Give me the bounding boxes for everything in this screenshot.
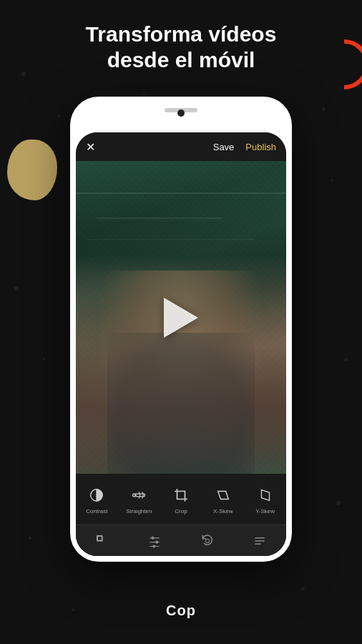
tool-straighten[interactable]: Straighten (118, 487, 160, 514)
tool-xskew[interactable]: X-Skew (202, 487, 244, 514)
yskew-icon (258, 487, 273, 505)
straighten-label: Straighten (126, 508, 152, 514)
xskew-label: X-Skew (213, 508, 233, 514)
nav-undo[interactable] (181, 534, 234, 548)
phone-screen: ✕ Save Publish (76, 132, 286, 556)
tool-contrast[interactable]: Contrast (76, 487, 118, 514)
svg-point-9 (156, 540, 159, 543)
contrast-icon (89, 487, 104, 505)
play-button[interactable] (164, 298, 198, 338)
toolbar-actions: Save Publish (213, 142, 276, 152)
video-preview[interactable] (76, 161, 286, 474)
nav-menu[interactable] (234, 534, 287, 548)
bg-dot-5 (14, 286, 19, 291)
title-line2: desde el móvil (107, 48, 255, 72)
bottom-tools: Contrast Straighten (76, 474, 286, 556)
title-line1: Transforma vídeos (86, 22, 277, 46)
svg-point-12 (205, 539, 209, 542)
close-button[interactable]: ✕ (86, 140, 95, 154)
publish-button[interactable]: Publish (245, 142, 276, 152)
save-button[interactable]: Save (213, 142, 235, 152)
bg-dot-6 (43, 358, 45, 360)
straighten-icon (131, 487, 147, 505)
bottom-nav (76, 525, 286, 556)
water-highlight-2 (97, 218, 222, 219)
phone-body: ✕ Save Publish (70, 97, 292, 562)
xskew-icon (215, 487, 231, 505)
yskew-label: Y-Skew (255, 508, 275, 514)
crop-icon (173, 487, 189, 505)
phone-camera (177, 109, 185, 117)
bg-dot-9 (336, 501, 341, 505)
cop-label: Cop (166, 602, 196, 619)
svg-rect-3 (177, 491, 185, 499)
water-highlight-1 (76, 192, 286, 194)
crop-label: Crop (175, 508, 187, 514)
svg-point-2 (134, 494, 137, 496)
bg-dot-10 (72, 608, 74, 611)
bg-dot-8 (29, 537, 31, 540)
nav-adjust[interactable] (129, 534, 182, 548)
decorative-blob-gold (7, 140, 57, 200)
bg-dot-12 (143, 93, 145, 95)
bg-dot-7 (344, 358, 348, 361)
nav-layers[interactable] (76, 534, 129, 548)
page-title: Transforma vídeos desde el móvil (0, 21, 362, 73)
bg-dot-3 (322, 107, 326, 111)
bg-dot-4 (331, 179, 333, 182)
svg-point-11 (152, 545, 155, 547)
bg-dot-11 (301, 587, 305, 590)
video-background (76, 161, 286, 474)
svg-point-7 (152, 536, 155, 539)
tool-crop[interactable]: Crop (160, 487, 202, 514)
app-toolbar: ✕ Save Publish (76, 132, 286, 161)
tool-yskew[interactable]: Y-Skew (244, 487, 286, 514)
bg-dot-2 (57, 114, 60, 117)
person-area (76, 255, 286, 474)
tools-row: Contrast Straighten (76, 474, 286, 525)
contrast-label: Contrast (86, 508, 107, 514)
phone-mockup: ✕ Save Publish (70, 97, 292, 562)
